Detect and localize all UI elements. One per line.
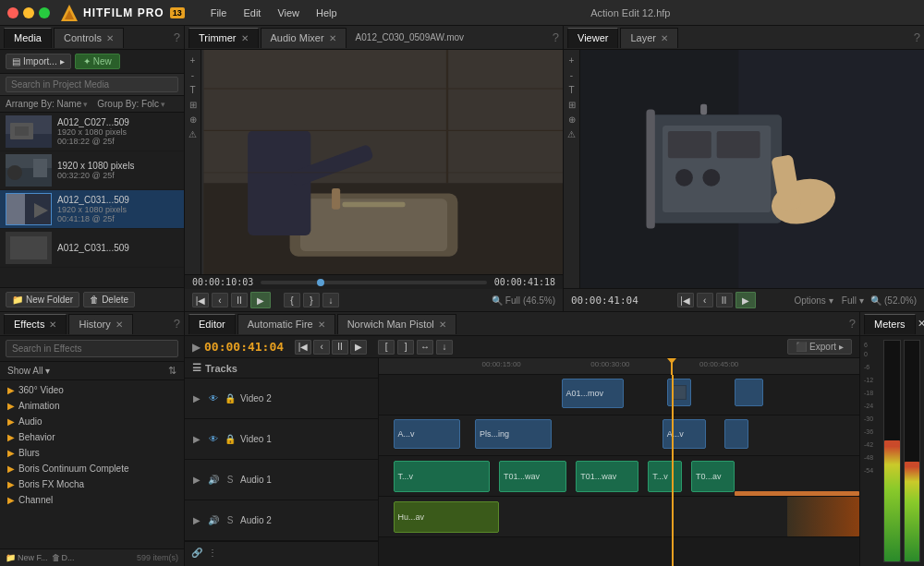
viewer-zoom-label[interactable]: Full [842,295,857,306]
track-tool-magnet[interactable]: 🔗 [190,546,203,559]
viewer-pause[interactable]: II [716,293,733,307]
pause-button[interactable]: II [231,293,248,307]
timeline-ruler[interactable]: 00:00:15:00 00:00:30:00 00:00:45:00 [379,358,859,375]
show-all-dropdown[interactable]: Show All ▾ [7,366,50,376]
import-button[interactable]: ▤ Import... ▸ [6,54,71,69]
list-item[interactable]: 1920 x 1080 pixels 00:32:20 @ 25f [0,151,184,190]
tracks-menu-icon[interactable]: ☰ [192,362,201,374]
clip-video1-2[interactable]: Pls...ing [475,419,552,449]
track-visible-icon[interactable]: 👁 [207,433,220,446]
track-mute-icon[interactable]: 🔊 [207,474,220,487]
trimmer-scrubber-handle[interactable] [317,279,324,286]
tl-mark-in[interactable]: [ [378,340,395,355]
tool-text[interactable]: T [187,83,200,96]
tl-mark-out[interactable]: ] [397,340,414,355]
list-item[interactable]: A012_C031...509 [0,229,184,268]
tl-pause[interactable]: II [332,340,348,355]
close-window-button[interactable] [7,7,18,18]
tl-insert[interactable]: ↓ [436,340,453,355]
timeline-panel-help[interactable]: ? [849,317,856,331]
timeline-track-audio2[interactable]: Hu...av [379,497,859,537]
tab-media[interactable]: Media [4,28,52,48]
clip-video1-4[interactable] [724,419,748,449]
tab-editor[interactable]: Editor [188,314,236,334]
track-expand-icon[interactable]: ▶ [190,392,203,405]
list-item[interactable]: A012_C027...509 1920 x 1080 pixels 00:18… [0,113,184,151]
tab-trimmer[interactable]: Trimmer ✕ [188,28,259,48]
menu-help[interactable]: Help [309,6,345,20]
track-lock-icon[interactable]: 🔒 [224,433,237,446]
track-expand-icon[interactable]: ▶ [190,474,203,487]
tl-ripple[interactable]: ↔ [417,340,433,355]
timeline-timecode[interactable]: 00:00:41:04 [204,340,284,354]
new-button[interactable]: ✦ New [75,54,120,69]
track-lock-icon[interactable]: 🔒 [224,392,237,405]
timeline-track-audio1[interactable]: T...v T01...wav T01...wav T...v [379,456,859,497]
close-norwich-tab[interactable]: ✕ [439,319,446,330]
clip-audio1-3[interactable]: T01...wav [576,461,638,492]
menu-file[interactable]: File [203,6,235,20]
tab-norwich-man[interactable]: Norwich Man Pistol ✕ [337,314,456,334]
viewer-tool-alert[interactable]: ⚠ [565,127,578,140]
tl-play[interactable]: ▶ [350,340,367,355]
clip-video2-2[interactable] [667,379,691,406]
tab-viewer[interactable]: Viewer [567,28,618,48]
tab-meters[interactable]: Meters [864,314,916,334]
tree-item-blurs[interactable]: ▶ Blurs [0,445,184,461]
play-button[interactable]: ▶ [250,292,271,308]
clip-video1-3[interactable]: A...v [663,419,706,449]
tab-audio-mixer[interactable]: Audio Mixer ✕ [261,28,346,48]
viewer-tool-transform[interactable]: ⊕ [565,113,578,126]
track-expand-icon[interactable]: ▶ [190,433,203,446]
group-by-dropdown[interactable]: Group By: Folc ▾ [97,99,165,109]
media-panel-help[interactable]: ? [174,30,180,44]
media-search-input[interactable] [6,77,178,92]
new-folder-button[interactable]: 📁 New Folder [6,292,79,307]
tool-crop[interactable]: ⊞ [187,98,200,111]
clip-audio2-1[interactable]: Hu...av [394,501,499,533]
viewer-options-label[interactable]: Options [794,295,825,306]
effects-search-input[interactable] [6,340,178,357]
tree-item-boris[interactable]: ▶ Boris Continuum Complete [0,461,184,476]
tree-item-audio[interactable]: ▶ Audio [0,414,184,429]
viewer-tool-text[interactable]: T [565,83,578,96]
minimize-window-button[interactable] [23,7,34,18]
tab-automatic-fire[interactable]: Automatic Fire ✕ [237,314,335,334]
trimmer-scrubber[interactable] [261,281,487,284]
delete-small-button[interactable]: 🗑 D... [52,553,75,562]
clip-video2-3[interactable] [735,379,763,406]
track-mute-icon2[interactable]: 🔊 [207,514,220,527]
mark-in-button[interactable]: { [284,293,300,307]
track-solo-icon[interactable]: S [224,474,237,487]
close-controls-tab[interactable]: ✕ [106,33,114,43]
sort-effects-icon[interactable]: ⇅ [168,365,176,377]
timeline-track-video2[interactable]: A01...mov [379,375,859,415]
track-visible-icon[interactable]: 👁 [207,392,220,405]
close-audio-mixer-tab[interactable]: ✕ [329,33,336,43]
viewer-panel-help[interactable]: ? [914,30,920,44]
tab-controls[interactable]: Controls ✕ [54,28,124,48]
list-item[interactable]: A012_C031...509 1920 x 1080 pixels 00:41… [0,190,184,229]
clip-audio1-2[interactable]: T01...wav [499,461,566,492]
menu-edit[interactable]: Edit [236,6,268,20]
effects-panel-help[interactable]: ? [174,317,180,331]
tool-transform[interactable]: ⊕ [187,113,200,126]
insert-clip-button[interactable]: ↓ [322,293,339,307]
prev-frame-button[interactable]: |◀ [192,293,209,307]
export-button[interactable]: ⬛ Export ▸ [787,339,852,355]
mark-out-button[interactable]: } [303,293,320,307]
track-solo-icon2[interactable]: S [224,514,237,527]
track-tool-snap[interactable]: ⋮ [206,546,219,559]
tree-item-channel[interactable]: ▶ Channel [0,492,184,508]
timeline-track-video1[interactable]: A...v Pls...ing A...v [379,415,859,456]
close-layer-tab[interactable]: ✕ [661,33,668,43]
clip-video2-1[interactable]: A01...mov [562,379,625,408]
tl-play-slow[interactable]: ‹ [313,340,330,355]
close-effects-tab[interactable]: ✕ [49,319,56,330]
viewer-tool-zoom-out[interactable]: - [565,68,578,81]
viewer-tool-zoom-in[interactable]: + [565,54,578,66]
clip-video1-1[interactable]: A...v [394,419,461,449]
trimmer-panel-help[interactable]: ? [553,30,559,44]
clip-audio1-1[interactable]: T...v [394,461,490,492]
clip-audio1-5[interactable]: T0...av [691,461,735,492]
